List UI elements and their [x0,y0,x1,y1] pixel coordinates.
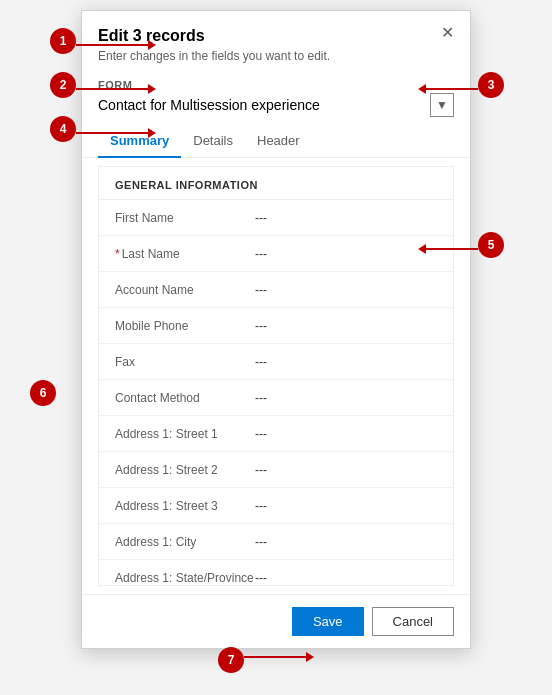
annotation-3: 3 [478,72,504,98]
chevron-down-icon: ▼ [436,98,448,112]
field-row-city: Address 1: City --- [99,524,453,560]
field-label-lastname: *Last Name [115,247,255,261]
field-label-mobilephone: Mobile Phone [115,319,255,333]
form-value: Contact for Multisession experience [98,97,320,113]
field-value-street3: --- [255,499,437,513]
annotation-5: 5 [478,232,504,258]
annotation-5-arrow [418,244,478,254]
field-value-contactmethod: --- [255,391,437,405]
field-value-city: --- [255,535,437,549]
field-label-fax: Fax [115,355,255,369]
field-row-stateprovince: Address 1: State/Province --- [99,560,453,586]
content-area: GENERAL INFORMATION First Name --- *Last… [98,166,454,586]
field-value-street2: --- [255,463,437,477]
field-label-firstname: First Name [115,211,255,225]
field-label-accountname: Account Name [115,283,255,297]
annotation-7: 7 [218,647,244,673]
field-row-street1: Address 1: Street 1 --- [99,416,453,452]
field-label-street3: Address 1: Street 3 [115,499,255,513]
annotation-1-arrow [76,40,156,50]
field-value-mobilephone: --- [255,319,437,333]
annotation-6: 6 [30,380,56,406]
field-value-stateprovince: --- [255,571,437,585]
field-label-stateprovince: Address 1: State/Province [115,571,255,585]
field-row-lastname: *Last Name --- [99,236,453,272]
field-row-fax: Fax --- [99,344,453,380]
field-row-street3: Address 1: Street 3 --- [99,488,453,524]
field-value-firstname: --- [255,211,437,225]
save-button[interactable]: Save [292,607,364,636]
edit-dialog: Edit 3 records Enter changes in the fiel… [81,10,471,649]
dialog-footer: Save Cancel [82,594,470,648]
field-value-fax: --- [255,355,437,369]
close-button[interactable]: ✕ [437,23,458,43]
tab-details[interactable]: Details [181,125,245,158]
field-row-contactmethod: Contact Method --- [99,380,453,416]
field-row-accountname: Account Name --- [99,272,453,308]
dialog-subtitle: Enter changes in the fields you want to … [98,49,454,63]
annotation-3-arrow [418,84,478,94]
field-value-lastname: --- [255,247,437,261]
cancel-button[interactable]: Cancel [372,607,454,636]
form-value-row: Contact for Multisession experience ▼ [98,93,454,117]
field-label-contactmethod: Contact Method [115,391,255,405]
field-row-street2: Address 1: Street 2 --- [99,452,453,488]
annotation-7-arrow [244,652,314,662]
annotation-4: 4 [50,116,76,142]
section-header: GENERAL INFORMATION [99,167,453,200]
field-row-mobilephone: Mobile Phone --- [99,308,453,344]
annotation-1: 1 [50,28,76,54]
field-label-street1: Address 1: Street 1 [115,427,255,441]
form-dropdown-button[interactable]: ▼ [430,93,454,117]
field-value-street1: --- [255,427,437,441]
field-label-city: Address 1: City [115,535,255,549]
field-row-firstname: First Name --- [99,200,453,236]
annotation-2-arrow [76,84,156,94]
annotation-4-arrow [76,128,156,138]
form-section: Form Contact for Multisession experience… [82,71,470,121]
dialog-overlay: 1 2 3 4 5 6 7 Edit 3 records Enter chang… [0,0,552,695]
tab-header[interactable]: Header [245,125,312,158]
annotation-2: 2 [50,72,76,98]
field-label-street2: Address 1: Street 2 [115,463,255,477]
required-indicator: * [115,247,120,261]
field-value-accountname: --- [255,283,437,297]
